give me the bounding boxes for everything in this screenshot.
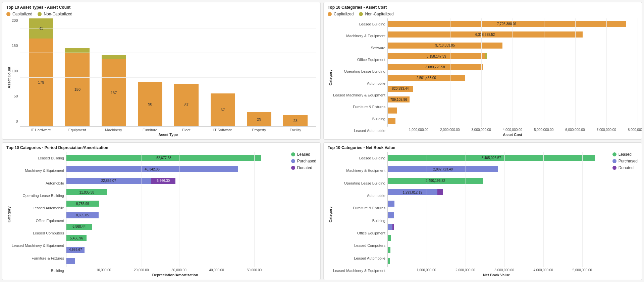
bar-row[interactable]: 3,158,147.39 bbox=[388, 53, 634, 59]
bar-segment[interactable]: 6,666.30 bbox=[151, 178, 176, 184]
legend-item-noncapitalized[interactable]: Non-Capitalized bbox=[359, 12, 393, 16]
bar-segment[interactable]: 2,490,196.32 bbox=[388, 178, 483, 184]
legend-item-noncapitalized[interactable]: Non-Capitalized bbox=[38, 12, 72, 16]
bar-row[interactable]: 46,342.86 bbox=[66, 166, 281, 172]
bar-segment[interactable] bbox=[388, 118, 395, 124]
bar-segment[interactable]: 67 bbox=[211, 93, 235, 126]
legend-item[interactable]: Purchased bbox=[612, 159, 638, 163]
bar-segment[interactable]: 52,677.63 bbox=[66, 155, 261, 161]
bar-segment[interactable]: 87 bbox=[174, 84, 199, 126]
bar-segment[interactable] bbox=[392, 224, 394, 230]
x-tick: Furniture bbox=[132, 128, 167, 132]
bar-segment[interactable]: 179 bbox=[29, 39, 53, 126]
bar-row[interactable]: 1,293,812.19 bbox=[388, 189, 602, 195]
bar-segment[interactable]: 23 bbox=[283, 115, 308, 126]
bar-column[interactable]: 87 bbox=[169, 18, 204, 126]
bar-segment[interactable]: 2,882,723.48 bbox=[388, 166, 498, 172]
legend-item[interactable]: Donated bbox=[612, 165, 638, 170]
bar-segment[interactable]: 11,005.38 bbox=[66, 189, 107, 195]
bar-segment[interactable]: 6,860.44 bbox=[66, 224, 92, 230]
bar-segment[interactable]: 2,501,483.00 bbox=[388, 75, 465, 81]
bar-row[interactable] bbox=[66, 258, 281, 264]
bar-segment[interactable]: 8,699.85 bbox=[66, 212, 99, 218]
bar-segment[interactable] bbox=[485, 53, 487, 59]
bar-segment[interactable] bbox=[102, 55, 126, 59]
bar-segment[interactable] bbox=[388, 108, 397, 114]
bar-row[interactable]: 3,718,353.05 bbox=[388, 43, 634, 49]
bar-row[interactable]: 4,936.67 bbox=[66, 247, 281, 253]
bar-row[interactable]: 2,501,483.00 bbox=[388, 75, 634, 81]
y-tick: Furniture & Fixtures bbox=[333, 105, 385, 109]
chart-asset-cost[interactable]: CategoryLeased BuildingMachinery & Equip… bbox=[328, 18, 638, 137]
bar-segment[interactable] bbox=[437, 189, 443, 195]
bar-segment[interactable]: 29 bbox=[247, 112, 271, 126]
bar-segment[interactable]: 90 bbox=[138, 82, 162, 126]
y-axis-title: Category bbox=[6, 152, 12, 277]
bar-row[interactable]: 709,103.96 bbox=[388, 96, 634, 102]
bar-column[interactable]: 29 bbox=[241, 18, 276, 126]
bar-segment[interactable]: 1,293,812.19 bbox=[388, 189, 437, 195]
bar-row[interactable]: 5,456.96 bbox=[66, 235, 281, 241]
bar-row[interactable]: 8,699.85 bbox=[66, 212, 281, 218]
bar-column[interactable]: 90 bbox=[132, 18, 167, 126]
bar-row[interactable] bbox=[388, 201, 602, 207]
bar-segment[interactable]: 22,852.07 bbox=[66, 178, 151, 184]
bar-row[interactable]: 8,756.99 bbox=[66, 201, 281, 207]
x-tick: 8,000,000.00 bbox=[628, 128, 642, 132]
bar-segment[interactable]: 46,342.86 bbox=[66, 166, 238, 172]
bar-row[interactable] bbox=[388, 235, 602, 241]
bar-segment[interactable] bbox=[388, 201, 395, 207]
bar-segment[interactable]: 5,405,026.57 bbox=[388, 155, 595, 161]
bar-column[interactable]: 17941 bbox=[23, 18, 58, 126]
bar-segment[interactable]: 6,318,838.52 bbox=[388, 31, 583, 38]
bar-segment[interactable] bbox=[66, 258, 75, 264]
legend-item-capitalized[interactable]: Capitalized bbox=[6, 12, 32, 16]
bar-segment[interactable]: 3,158,147.39 bbox=[388, 53, 485, 59]
bar-row[interactable] bbox=[388, 224, 602, 230]
bar-segment[interactable] bbox=[388, 258, 390, 264]
bar-column[interactable]: 137 bbox=[96, 18, 131, 126]
bar-segment[interactable]: 137 bbox=[102, 59, 126, 126]
bar-row[interactable] bbox=[388, 118, 634, 124]
legend-item[interactable]: Donated bbox=[291, 165, 316, 170]
bar-row[interactable]: 3,080,726.58 bbox=[388, 64, 634, 70]
bar-segment[interactable] bbox=[388, 235, 391, 241]
bar-segment[interactable]: 3,080,726.58 bbox=[388, 64, 483, 70]
bar-segment[interactable]: 4,936.67 bbox=[66, 247, 85, 253]
bar-segment[interactable]: 150 bbox=[65, 53, 90, 126]
bar-segment[interactable] bbox=[65, 48, 90, 53]
chart-nbv[interactable]: CategoryLeased BuildingMachinery & Equip… bbox=[328, 152, 638, 277]
bar-segment[interactable] bbox=[388, 212, 394, 218]
bar-column[interactable]: 67 bbox=[205, 18, 240, 126]
bar-segment[interactable]: 7,725,380.01 bbox=[388, 21, 626, 27]
bar-row[interactable]: 2,490,196.32 bbox=[388, 178, 602, 184]
bar-segment[interactable] bbox=[388, 224, 392, 230]
bar-segment[interactable]: 3,718,353.05 bbox=[388, 43, 502, 49]
bar-row[interactable] bbox=[388, 247, 602, 253]
bar-row[interactable]: 2,882,723.48 bbox=[388, 166, 602, 172]
legend-item[interactable]: Purchased bbox=[291, 159, 316, 163]
legend-item[interactable]: Leased bbox=[612, 152, 638, 157]
bar-segment[interactable]: 5,456.96 bbox=[66, 235, 87, 241]
bar-row[interactable] bbox=[388, 108, 634, 114]
bar-row[interactable]: 6,860.44 bbox=[66, 224, 281, 230]
bar-column[interactable]: 150 bbox=[60, 18, 95, 126]
bar-row[interactable]: 22,852.076,666.30 bbox=[66, 178, 281, 184]
bar-row[interactable]: 11,005.38 bbox=[66, 189, 281, 195]
bar-row[interactable]: 820,393.44 bbox=[388, 86, 634, 92]
bar-segment[interactable]: 820,393.44 bbox=[388, 86, 413, 92]
bar-row[interactable]: 5,405,026.57 bbox=[388, 155, 602, 161]
legend-item[interactable]: Leased bbox=[291, 152, 316, 157]
bar-segment[interactable]: 8,756.99 bbox=[66, 201, 99, 207]
bar-row[interactable] bbox=[388, 258, 602, 264]
bar-segment[interactable] bbox=[388, 247, 390, 253]
bar-row[interactable]: 6,318,838.52 bbox=[388, 31, 634, 38]
bar-row[interactable]: 7,725,380.01 bbox=[388, 21, 634, 27]
bar-segment[interactable]: 709,103.96 bbox=[388, 96, 410, 102]
bar-row[interactable] bbox=[388, 212, 602, 218]
chart-depreciation[interactable]: CategoryLeased BuildingMachinery & Equip… bbox=[6, 152, 316, 277]
bar-column[interactable]: 23 bbox=[278, 18, 313, 126]
legend-item-capitalized[interactable]: Capitalized bbox=[328, 12, 354, 16]
bar-row[interactable]: 52,677.63 bbox=[66, 155, 281, 161]
chart-asset-count[interactable]: Asset Count20015010050017941150137908767… bbox=[6, 18, 316, 137]
